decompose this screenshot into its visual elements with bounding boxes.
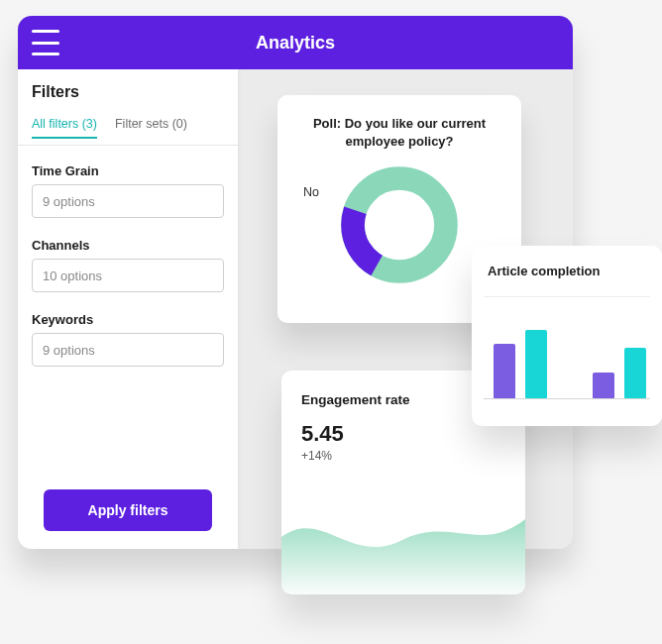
- page-title: Analytics: [18, 33, 573, 54]
- top-bar: Analytics: [18, 16, 573, 69]
- bar-chart: [488, 296, 646, 399]
- label-time-grain: Time Grain: [32, 163, 224, 178]
- baseline: [484, 398, 650, 400]
- apply-filters-button[interactable]: Apply filters: [44, 489, 212, 531]
- select-time-grain-value: 9 options: [43, 194, 95, 209]
- filters-heading: Filters: [32, 83, 224, 101]
- donut-chart: [338, 163, 461, 286]
- filters-panel: Filters All filters (3) Filter sets (0) …: [18, 69, 238, 549]
- bar-g2-a: [593, 373, 614, 399]
- article-title: Article completion: [488, 264, 646, 278]
- select-keywords-value: 9 options: [43, 343, 95, 358]
- select-channels[interactable]: 10 options: [32, 259, 224, 292]
- poll-no-label: No: [303, 185, 319, 199]
- label-keywords: Keywords: [32, 312, 224, 327]
- gridline: [484, 296, 650, 297]
- bar-g1-b: [525, 330, 547, 399]
- select-time-grain[interactable]: 9 options: [32, 184, 224, 218]
- label-channels: Channels: [32, 238, 224, 253]
- poll-title: Poll: Do you like our current employee p…: [295, 115, 503, 150]
- article-completion-card: Article completion: [472, 246, 662, 426]
- bar-g1-a: [494, 344, 515, 399]
- bar-g2-b: [624, 348, 646, 399]
- area-chart: [281, 495, 525, 594]
- filter-tabs: All filters (3) Filter sets (0): [32, 117, 224, 139]
- menu-icon[interactable]: [32, 30, 59, 55]
- tab-filter-sets[interactable]: Filter sets (0): [115, 117, 187, 139]
- divider: [18, 145, 238, 146]
- select-channels-value: 10 options: [43, 268, 102, 283]
- engagement-delta: +14%: [301, 449, 505, 463]
- engagement-value: 5.45: [301, 421, 505, 447]
- select-keywords[interactable]: 9 options: [32, 333, 224, 367]
- tab-all-filters[interactable]: All filters (3): [32, 117, 97, 139]
